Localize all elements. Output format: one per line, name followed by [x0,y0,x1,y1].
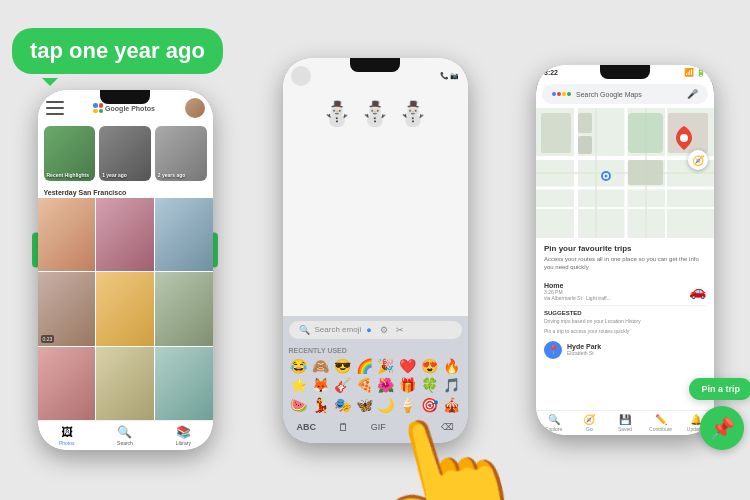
home-route-name: Home [544,282,611,289]
smiley-button[interactable]: 😊 [408,422,419,432]
emoji-search-text: Search emoji [315,325,362,334]
emoji-2[interactable]: 😎 [332,357,352,377]
user-avatar[interactable] [185,98,205,118]
nav-library[interactable]: 📚 Library [154,425,212,446]
phone3-screen: 3:22 📶 🔋 Search Google Maps 🎤 [536,65,714,435]
nav-library-label: Library [176,440,191,446]
emoji-1[interactable]: 🙈 [310,357,330,377]
place-icon: 📍 [544,341,562,359]
photo-cell-3[interactable] [155,198,213,271]
contribute-icon: ✏️ [655,414,667,425]
map-svg [536,108,714,238]
photo-cell-9[interactable] [155,347,213,420]
emoji-20[interactable]: 🌙 [376,396,396,416]
phone1-frame: Google Photos Recent Highlights 1 year a… [38,90,213,450]
saved-icon: 💾 [619,414,631,425]
phone1-screen: Google Photos Recent Highlights 1 year a… [38,90,213,450]
photo-cell-2[interactable] [96,198,154,271]
emoji-13[interactable]: 🎁 [398,376,418,396]
emoji-15[interactable]: 🎵 [442,376,462,396]
emoji-6[interactable]: 😍 [420,357,440,377]
emoji-keyboard: 🔍 Search emoji ● ⚙ ✂ RECENTLY USED 😂 � [283,316,468,443]
menu-icon[interactable] [46,101,64,115]
maps-nav-explore-label: Explore [545,426,562,432]
emoji-10[interactable]: 🎸 [332,376,352,396]
photo-cell-7[interactable] [38,347,96,420]
nav-photos[interactable]: 🖼 Photos [38,425,96,446]
maps-nav-contribute[interactable]: ✏️ Contribute [643,414,679,432]
photo-cell-5[interactable] [96,272,154,345]
photos-app-name: Google Photos [105,105,155,112]
svg-rect-13 [578,136,592,154]
emoji-grid-row1: 😂 🙈 😎 🌈 🎉 ❤️ 😍 🔥 [289,357,462,377]
explore-icon: 🔍 [548,414,560,425]
home-route-via: via Albermarle St · Light traff... [544,295,611,301]
emoji-16[interactable]: 🍉 [289,396,309,416]
maps-nav-saved[interactable]: 💾 Saved [607,414,643,432]
speech-bubble: tap one year ago [12,28,223,74]
memory-label-2: 2 years ago [158,172,186,178]
snowmen-display: ⛄ ⛄ ⛄ [291,92,460,136]
emoji-17[interactable]: 💃 [310,396,330,416]
emoji-18[interactable]: 🎭 [332,396,352,416]
photo-cell-8[interactable] [96,347,154,420]
memory-item-0[interactable]: Recent Highlights [44,126,96,181]
emoji-7[interactable]: 🔥 [442,357,462,377]
phone2-notch [350,58,400,72]
emoji-14[interactable]: 🍀 [420,376,440,396]
photo-cell-6[interactable] [155,272,213,345]
maps-bottom-nav: 🔍 Explore 🧭 Go 💾 Saved ✏️ Contribute [536,410,714,435]
emoji-search-bar[interactable]: 🔍 Search emoji ● ⚙ ✂ [289,321,462,339]
emoji-21[interactable]: 🍦 [398,396,418,416]
emoji-4[interactable]: 🎉 [376,357,396,377]
emoji-11[interactable]: 🍕 [354,376,374,396]
emoji-search-icon: 🔍 [299,325,310,335]
emoji-12[interactable]: 🌺 [376,376,396,396]
photos-icon: 🖼 [61,425,73,439]
memory-label-0: Recent Highlights [47,172,90,178]
sticker-icon[interactable]: 🗒 [338,421,349,433]
place-item[interactable]: 📍 Hyde Park Elizabeth St [544,338,706,362]
go-icon: 🧭 [583,414,595,425]
maps-search-bar[interactable]: Search Google Maps 🎤 [542,84,708,104]
maps-map[interactable]: 🧭 [536,108,714,238]
emoji-19[interactable]: 🦋 [354,396,374,416]
emoji-0[interactable]: 😂 [289,357,309,377]
emoji-bottom-bar: ABC 🗒 GIF 😊 ⌫ [289,416,462,438]
memory-item-2[interactable]: 2 years ago [155,126,207,181]
maps-nav-go[interactable]: 🧭 Go [572,414,608,432]
svg-point-18 [605,175,608,178]
mic-icon[interactable]: 🎤 [687,89,698,99]
maps-status-icons: 📶 🔋 [684,68,706,77]
maps-nav-explore[interactable]: 🔍 Explore [536,414,572,432]
compass-button[interactable]: 🧭 [688,150,708,170]
gif-button[interactable]: GIF [371,422,386,432]
delete-button[interactable]: ⌫ [441,422,454,432]
google-logo [552,92,571,96]
nav-search[interactable]: 🔍 Search [96,425,154,446]
emoji-5[interactable]: ❤️ [398,357,418,377]
photos-logo: Google Photos [93,103,155,113]
google-dots [93,103,103,113]
pin-icon-circle[interactable]: 📌 [700,406,744,450]
emoji-8[interactable]: ⭐ [289,376,309,396]
memory-item-1[interactable]: 1 year ago [99,126,151,181]
pin-fav-desc: Access your routes all in one place so y… [544,255,706,272]
pin-trip-button[interactable]: Pin a trip [689,378,750,400]
emoji-9[interactable]: 🦊 [310,376,330,396]
abc-button[interactable]: ABC [297,422,317,432]
photo-cell-1[interactable] [38,198,96,271]
emoji-tabs: ● ⚙ ✂ [366,325,403,335]
phone3-section: 3:22 📶 🔋 Search Google Maps 🎤 [500,0,750,500]
photo-cell-4[interactable]: 0:23 [38,272,96,345]
car-icon: 🚗 [689,283,706,299]
emoji-grid-row2: ⭐ 🦊 🎸 🍕 🌺 🎁 🍀 🎵 [289,376,462,396]
emoji-23[interactable]: 🎪 [442,396,462,416]
emoji-3[interactable]: 🌈 [354,357,374,377]
search-icon: 🔍 [117,425,132,439]
nav-photos-label: Photos [59,440,75,446]
home-route[interactable]: Home 3:26 PM via Albermarle St · Light t… [544,278,706,306]
emoji-22[interactable]: 🎯 [420,396,440,416]
pin-desc: Pin a trip to access your routes quickly [544,328,706,334]
photos-bottom-nav: 🖼 Photos 🔍 Search 📚 Library [38,420,213,450]
